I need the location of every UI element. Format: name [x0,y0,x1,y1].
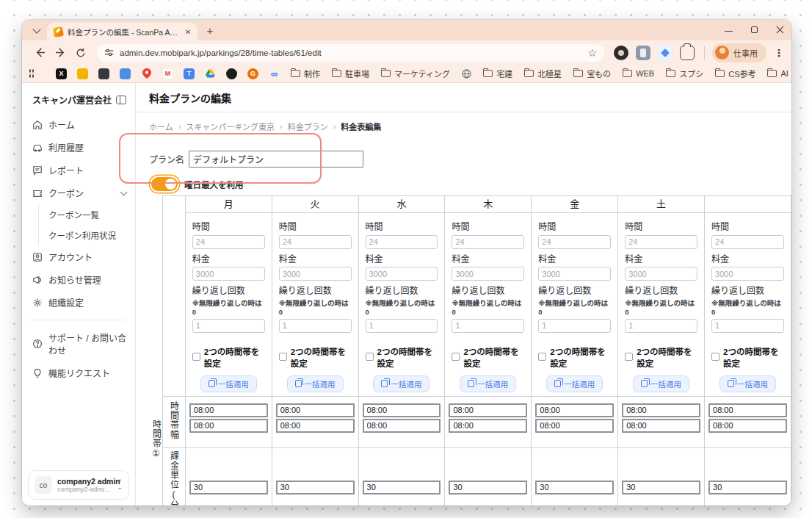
bookmark-folder[interactable]: WEB [617,69,659,78]
band-start-input[interactable] [708,403,787,417]
bookmark-gmail-icon[interactable]: M [162,68,173,79]
billing-unit-input[interactable] [363,481,441,494]
bookmark-folder[interactable]: 駐車場 [327,68,374,79]
fee-input[interactable] [279,267,352,281]
breadcrumb-link[interactable]: スキャンパーキング東京 [186,120,275,132]
sidebar-item-account[interactable]: アカウント [22,245,135,268]
checkbox-icon[interactable] [452,353,460,361]
bookmark-drive-icon[interactable] [205,68,216,79]
apply-all-button[interactable]: 一括適用 [633,375,689,392]
band-start-input[interactable] [189,403,268,417]
two-periods-option[interactable]: 2つの時間帯を設定 [279,345,352,369]
two-periods-option[interactable]: 2つの時間帯を設定 [192,345,265,369]
new-tab-button[interactable]: + [202,22,218,38]
plan-name-input[interactable] [189,151,363,168]
sidebar-item-coupon-list[interactable]: クーポン一覧 [22,204,135,225]
fee-input[interactable] [625,267,697,281]
fee-input[interactable] [366,267,438,281]
two-periods-option[interactable]: 2つの時間帯を設定 [452,345,524,369]
bookmark-black-circle-icon[interactable] [226,68,237,79]
active-tab[interactable]: 料金プランの編集 - ScanPa Admin ✕ [47,23,197,40]
repeat-input[interactable] [192,319,265,333]
tab-close-icon[interactable]: ✕ [183,26,193,37]
sidebar-item-org-settings[interactable]: 組織設定 [22,291,135,314]
back-button[interactable] [31,44,48,62]
bookmark-orange-icon[interactable]: G [247,68,258,79]
forward-button[interactable] [51,44,69,62]
two-periods-option[interactable]: 2つの時間帯を設定 [538,345,611,369]
bookmark-folder[interactable]: 北極星 [519,68,567,79]
repeat-input[interactable] [452,319,524,333]
bookmark-maps-pin-icon[interactable] [141,68,152,79]
band-end-input[interactable] [449,419,527,433]
bookmark-folder[interactable]: AI [762,69,791,78]
sidebar-item-usage-history[interactable]: 利用履歴 [22,136,135,159]
tab-search-button[interactable] [28,22,46,38]
weekday-max-toggle[interactable] [151,177,178,191]
time-input[interactable] [538,235,611,249]
sidebar-item-coupon[interactable]: クーポン [22,181,135,204]
two-periods-option[interactable]: 2つの時間帯を設定 [711,345,784,369]
sidebar-collapse-icon[interactable] [116,96,126,104]
band-start-input[interactable] [449,403,527,417]
bookmark-folder[interactable]: マーケティング [376,68,455,79]
repeat-input[interactable] [711,319,784,333]
repeat-input[interactable] [279,319,352,333]
checkbox-icon[interactable] [192,353,200,361]
checkbox-icon[interactable] [366,353,374,361]
billing-unit-input[interactable] [189,481,268,494]
fee-input[interactable] [452,267,524,281]
band-end-input[interactable] [708,419,787,433]
repeat-input[interactable] [538,319,611,333]
reload-button[interactable] [72,44,90,62]
bookmark-folder[interactable]: 宝もの [568,68,616,79]
two-periods-option[interactable]: 2つの時間帯を設定 [366,345,438,369]
bookmark-translate-icon[interactable]: T [184,68,195,79]
band-end-input[interactable] [189,419,268,433]
checkbox-icon[interactable] [625,353,633,361]
sidebar-item-home[interactable]: ホーム [22,113,135,136]
apply-all-button[interactable]: 一括適用 [460,375,516,392]
band-end-input[interactable] [363,419,441,433]
sidebar-item-coupon-usage[interactable]: クーポン利用状況 [22,225,135,245]
bookmark-folder[interactable]: CS参考 [710,68,761,79]
apply-all-button[interactable]: 一括適用 [287,375,344,392]
close-button[interactable] [776,26,784,34]
apply-all-button[interactable]: 一括適用 [200,375,257,392]
time-input[interactable] [192,235,265,249]
extensions-puzzle-icon[interactable] [680,46,695,60]
apply-all-button[interactable]: 一括適用 [373,375,429,392]
band-start-input[interactable] [363,403,441,417]
billing-unit-input[interactable] [708,481,787,494]
bookmark-x-icon[interactable]: X [56,68,67,79]
two-periods-option[interactable]: 2つの時間帯を設定 [625,345,697,369]
apply-all-button[interactable]: 一括適用 [546,375,603,392]
maximize-button[interactable] [750,26,758,34]
apps-grid-icon[interactable] [29,69,34,78]
band-end-input[interactable] [276,419,355,433]
fee-input[interactable] [538,267,611,281]
sidebar-item-report[interactable]: レポート [22,159,135,181]
time-input[interactable] [711,235,784,249]
time-input[interactable] [625,235,697,249]
bookmark-infinity-icon[interactable]: ∞ [269,68,280,79]
repeat-input[interactable] [366,319,438,333]
extension-icon[interactable] [636,46,650,60]
bookmark-blue-icon[interactable] [120,68,131,79]
sidebar-item-support[interactable]: サポート / お問い合わせ [22,326,135,361]
time-input[interactable] [452,235,524,249]
profile-button[interactable]: 仕事用 [712,43,766,62]
bookmark-star-icon[interactable]: ☆ [587,48,597,58]
bookmark-globe-icon[interactable] [461,68,472,79]
time-input[interactable] [366,235,438,249]
minimize-button[interactable] [725,26,733,34]
sidebar-item-feature-request[interactable]: 機能リクエスト [22,361,135,384]
bookmark-folder[interactable]: 制作 [286,68,325,79]
band-end-input[interactable] [535,419,614,433]
extension-icon[interactable] [658,46,673,60]
bookmark-dark-icon[interactable] [98,68,109,79]
breadcrumb-link[interactable]: ホーム [149,120,173,132]
sidebar-item-announcements[interactable]: お知らせ管理 [22,268,135,291]
billing-unit-input[interactable] [535,481,614,494]
bookmark-yellow-icon[interactable] [77,68,88,79]
